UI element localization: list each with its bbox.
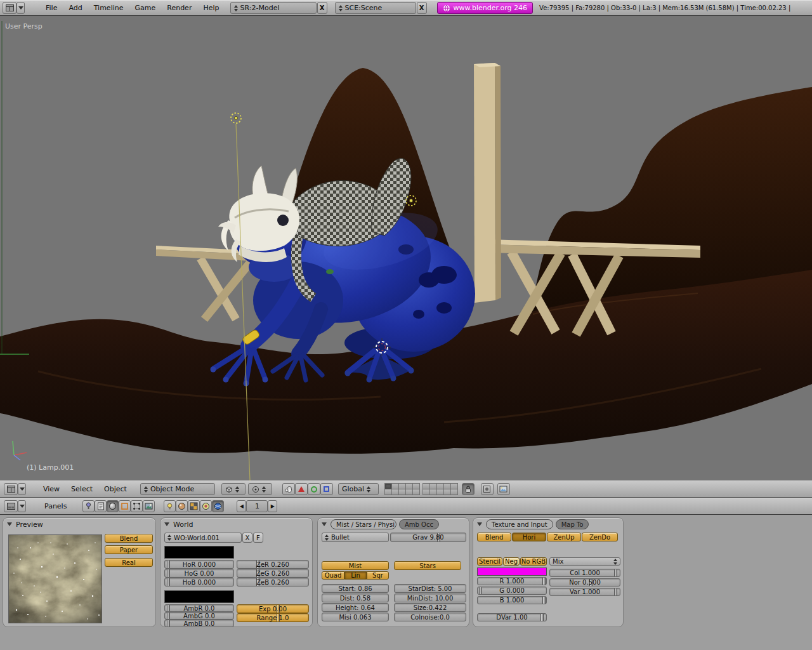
zer-slider[interactable]: ZeR 0.260 [237, 560, 309, 569]
panels-menu[interactable]: Panels [39, 498, 72, 514]
rotate-manipulator-button[interactable] [308, 483, 320, 495]
header-collapse-button[interactable] [16, 2, 25, 14]
texture-g-slider[interactable]: G 0.000 [477, 587, 547, 595]
neg-toggle-button[interactable]: Neg [503, 557, 520, 566]
hob-slider[interactable]: HoB 0.000 [164, 578, 234, 587]
ambb-slider[interactable]: AmbB 0.0 [164, 620, 234, 627]
gravity-slider[interactable]: Grav 9.80 [390, 533, 466, 542]
collapse-triangle-icon[interactable] [7, 522, 12, 526]
3d-viewport[interactable]: User Persp (1) Lamp.001 [0, 16, 812, 481]
hor-slider[interactable]: HoR 0.000 [164, 560, 234, 569]
frame-next-button[interactable]: ▶ [268, 500, 277, 512]
texture-buttons-button[interactable] [188, 500, 200, 512]
texture-r-slider[interactable]: R 1.000 [477, 577, 547, 585]
zeg-slider[interactable]: ZeG 0.260 [237, 569, 309, 578]
star-colnoise-field[interactable]: Colnoise:0.0 [394, 613, 466, 621]
menu-object[interactable]: Object [98, 481, 133, 497]
blend-preview-button[interactable]: Blend [105, 534, 153, 543]
physics-engine-dropdown[interactable]: Bullet [322, 533, 389, 542]
lamp-buttons-button[interactable] [164, 500, 176, 512]
texture-panel-header[interactable]: Texture and Input Map To [473, 518, 623, 531]
frame-number-field[interactable]: 1 [246, 500, 268, 512]
pivot-dropdown[interactable] [248, 483, 272, 495]
var-amount-slider[interactable]: Var 1.000 [549, 588, 620, 596]
stencil-toggle-button[interactable]: Stencil [477, 557, 502, 566]
dvar-slider[interactable]: DVar 1.00 [477, 613, 547, 621]
menu-add[interactable]: Add [63, 1, 88, 15]
texture-b-slider[interactable]: B 1.000 [477, 596, 547, 604]
mist-falloff-quad-button[interactable]: Quad [322, 571, 344, 580]
blend-mode-dropdown[interactable]: Mix [549, 557, 620, 566]
manipulator-hand-button[interactable] [282, 483, 295, 495]
menu-render[interactable]: Render [161, 1, 197, 15]
norgb-toggle-button[interactable]: No RGB [520, 557, 547, 566]
screen-selector[interactable]: SR:2-Model [230, 2, 317, 14]
editor-type-button[interactable] [4, 483, 18, 495]
mist-dist-field[interactable]: Dist: 0.58 [322, 594, 389, 602]
object-context-button[interactable] [119, 500, 131, 512]
nor-amount-slider[interactable]: Nor 0.500 [549, 578, 620, 587]
hog-slider[interactable]: HoG 0.00 [164, 569, 234, 578]
mist-toggle-button[interactable]: Mist [322, 561, 389, 570]
horizon-color-swatch[interactable] [164, 546, 234, 559]
menu-game[interactable]: Game [129, 1, 162, 15]
collapse-triangle-icon[interactable] [322, 522, 327, 526]
menu-view[interactable]: View [37, 481, 65, 497]
draw-type-dropdown[interactable] [221, 483, 246, 495]
range-slider[interactable]: Range 1.0 [237, 613, 309, 622]
world-unlink-button[interactable]: X [242, 533, 252, 543]
real-preview-button[interactable]: Real [105, 558, 153, 567]
header-collapse-button[interactable] [18, 483, 26, 495]
script-context-button[interactable] [95, 500, 107, 512]
coord-blend-button[interactable]: Blend [477, 533, 511, 541]
world-datablock-selector[interactable]: WO:World.001 [164, 533, 242, 543]
mist-panel-header[interactable]: Mist / Stars / Physi Amb Occ [318, 518, 469, 531]
mist-height-field[interactable]: Height: 0.64 [322, 603, 389, 612]
frame-prev-button[interactable]: ◀ [237, 500, 246, 512]
editor-type-button[interactable] [4, 500, 18, 512]
mist-intensity-field[interactable]: Misi 0.063 [322, 613, 389, 621]
world-buttons-button[interactable] [212, 500, 224, 512]
menu-file[interactable]: File [40, 1, 63, 15]
mist-falloff-sqr-button[interactable]: Sqr [367, 571, 389, 580]
tab-texture-and-input[interactable]: Texture and Input [486, 519, 553, 529]
ambient-color-swatch[interactable] [164, 590, 234, 603]
scene-selector[interactable]: SCE:Scene [335, 2, 416, 14]
menu-timeline[interactable]: Timeline [88, 1, 129, 15]
col-amount-slider[interactable]: Col 1.000 [549, 569, 620, 577]
mist-falloff-lin-button[interactable]: Lin [344, 571, 367, 580]
mist-start-field[interactable]: Start: 0.86 [322, 584, 389, 593]
world-fake-user-button[interactable]: F [253, 533, 263, 543]
star-size-field[interactable]: Size:0.422 [394, 603, 466, 612]
tab-mist-stars-physics[interactable]: Mist / Stars / Physi [331, 519, 396, 529]
world-panel-header[interactable]: World [160, 518, 312, 531]
star-mindist-field[interactable]: MinDist: 10.00 [394, 594, 466, 602]
exposure-slider[interactable]: Exp 0.00 [237, 604, 309, 613]
preview-panel-header[interactable]: Preview [3, 518, 155, 531]
lock-layers-button[interactable] [462, 483, 475, 495]
shading-context-button[interactable] [107, 500, 119, 512]
editing-context-button[interactable] [131, 500, 143, 512]
star-dist-field[interactable]: StarDist: 5.00 [394, 584, 466, 593]
layer-toggle[interactable] [412, 489, 420, 495]
menu-select[interactable]: Select [65, 481, 98, 497]
collapse-triangle-icon[interactable] [164, 522, 169, 526]
paper-preview-button[interactable]: Paper [105, 545, 153, 554]
material-buttons-button[interactable] [176, 500, 188, 512]
render-preview-button[interactable] [497, 483, 510, 495]
ambr-slider[interactable]: AmbR 0.0 [164, 604, 234, 612]
coord-zenup-button[interactable]: ZenUp [547, 533, 581, 541]
scale-manipulator-button[interactable] [320, 483, 333, 495]
collapse-triangle-icon[interactable] [477, 522, 482, 526]
proportional-edit-button[interactable] [481, 483, 494, 495]
stars-toggle-button[interactable]: Stars [394, 561, 461, 570]
mode-dropdown[interactable]: Object Mode [140, 483, 215, 495]
header-collapse-button[interactable] [18, 500, 26, 512]
scene-delete-button[interactable]: X [417, 2, 427, 14]
coord-hori-button[interactable]: Hori [512, 533, 546, 541]
texture-color-swatch[interactable] [477, 567, 547, 576]
menu-help[interactable]: Help [197, 1, 225, 15]
logic-context-button[interactable] [82, 500, 95, 512]
coord-zendo-button[interactable]: ZenDo [582, 533, 618, 541]
orientation-dropdown[interactable]: Global [338, 483, 379, 495]
